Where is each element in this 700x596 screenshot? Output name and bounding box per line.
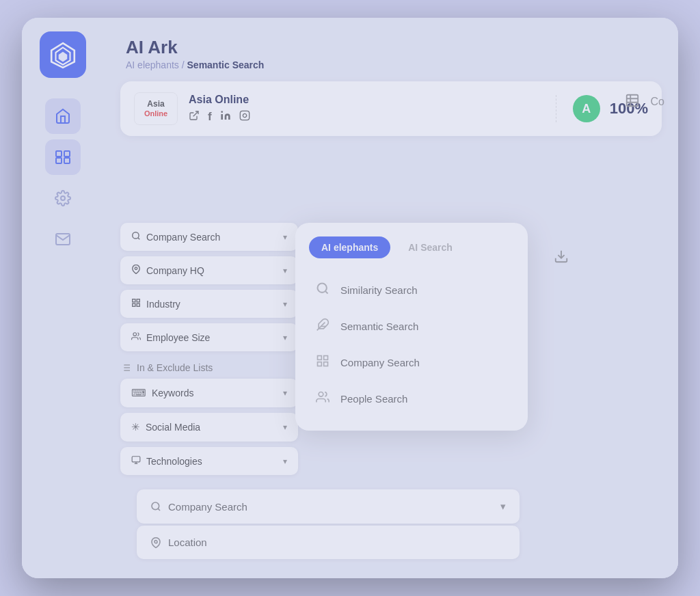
top-right-actions: Co <box>625 93 664 111</box>
link-external[interactable] <box>189 110 200 124</box>
link-instagram[interactable] <box>239 110 250 124</box>
svg-rect-26 <box>132 457 140 462</box>
expand-icon[interactable]: Co <box>651 96 664 108</box>
bottom-company-search-button[interactable]: Company Search ▾ <box>137 489 520 524</box>
svg-point-7 <box>61 196 65 200</box>
svg-point-37 <box>318 284 327 293</box>
main-content: AI Ark AI elephants / Semantic Search As… <box>104 18 678 578</box>
svg-point-12 <box>133 232 139 239</box>
chevron-down-icon: ▾ <box>283 388 287 398</box>
logo-line1: Asia <box>144 100 167 109</box>
chevron-down-icon: ▾ <box>283 333 287 342</box>
sidebar-item-settings[interactable] <box>45 180 81 216</box>
menu-item-similarity-label: Similarity Search <box>340 284 418 296</box>
chevron-down-icon: ▾ <box>500 500 506 513</box>
match-avatar: A <box>573 95 600 122</box>
search-icon <box>131 231 141 243</box>
company-card: Asia Online Asia Online f <box>120 81 662 136</box>
breadcrumb-current: Semantic Search <box>187 59 265 70</box>
include-exclude-label: In & Exclude Lists <box>137 362 213 373</box>
list-icon <box>120 362 131 373</box>
company-logo: Asia Online <box>134 92 178 125</box>
menu-item-similarity-search[interactable]: Similarity Search <box>309 272 514 308</box>
filter-technologies[interactable]: Technologies ▾ <box>120 447 298 475</box>
link-linkedin[interactable] <box>220 110 231 124</box>
bottom-location-button[interactable]: Location <box>137 526 520 559</box>
svg-point-19 <box>133 333 137 336</box>
filter-social-media[interactable]: ✳ Social Media ▾ <box>120 413 298 442</box>
svg-point-36 <box>154 540 157 543</box>
feather-icon <box>314 318 331 335</box>
app-logo[interactable] <box>40 31 86 78</box>
svg-rect-30 <box>626 95 638 107</box>
menu-item-company-search[interactable]: Company Search <box>309 344 514 381</box>
svg-rect-10 <box>240 111 249 120</box>
filter-employee-size[interactable]: Employee Size ▾ <box>120 323 298 351</box>
svg-point-34 <box>152 502 159 510</box>
filter-company-hq-label: Company HQ <box>146 265 204 276</box>
header: AI Ark AI elephants / Semantic Search <box>104 18 678 81</box>
building-icon <box>314 354 331 371</box>
svg-line-8 <box>193 111 198 116</box>
dropdown-tabs: AI elephants AI Search <box>309 236 514 258</box>
bottom-company-search-label: Company Search <box>168 501 247 513</box>
social-icon: ✳ <box>131 421 140 433</box>
menu-item-semantic-search[interactable]: Semantic Search <box>309 308 514 344</box>
grid-icon <box>131 298 141 310</box>
keyboard-icon: ⌨ <box>131 387 146 399</box>
company-name: Asia Online <box>189 94 250 106</box>
sidebar-item-mail[interactable] <box>45 221 81 257</box>
tab-ai-search[interactable]: AI Search <box>396 236 465 258</box>
menu-item-people-search[interactable]: People Search <box>309 381 514 417</box>
svg-marker-2 <box>59 52 68 62</box>
chevron-down-icon: ▾ <box>283 299 287 309</box>
bottom-location-label: Location <box>168 537 207 548</box>
dropdown-popup: AI elephants AI Search Similarity Search… <box>295 223 528 431</box>
chevron-down-icon: ▾ <box>283 232 287 242</box>
include-exclude-row: In & Exclude Lists <box>120 357 298 379</box>
app-title: AI Ark <box>126 37 656 58</box>
breadcrumb: AI elephants / Semantic Search <box>126 59 656 70</box>
svg-point-45 <box>319 392 323 397</box>
filter-keywords[interactable]: ⌨ Keywords ▾ <box>120 379 298 407</box>
svg-rect-5 <box>56 158 62 163</box>
filters-panel: Company Search ▾ Company HQ ▾ Industry ▾ <box>120 223 298 480</box>
chevron-down-icon: ▾ <box>283 457 287 466</box>
company-card-left: Asia Online Asia Online f <box>134 92 250 125</box>
breadcrumb-prefix: AI elephants <box>126 59 179 70</box>
svg-rect-41 <box>318 356 322 360</box>
filter-technologies-label: Technologies <box>146 456 202 467</box>
people-icon <box>314 390 331 407</box>
svg-rect-6 <box>64 158 70 163</box>
svg-point-9 <box>221 111 223 113</box>
menu-item-people-label: People Search <box>340 393 407 405</box>
filter-company-hq[interactable]: Company HQ ▾ <box>120 256 298 284</box>
filter-industry[interactable]: Industry ▾ <box>120 290 298 318</box>
company-links: f <box>189 110 250 124</box>
sidebar <box>22 18 104 578</box>
sidebar-item-home[interactable] <box>45 98 81 134</box>
filter-social-media-label: Social Media <box>146 422 200 433</box>
tab-ai-elephants[interactable]: AI elephants <box>309 236 390 258</box>
link-facebook[interactable]: f <box>208 110 212 124</box>
people-icon <box>131 331 141 343</box>
svg-rect-42 <box>324 356 328 360</box>
filter-company-search[interactable]: Company Search ▾ <box>120 223 298 251</box>
search-icon <box>314 282 331 299</box>
svg-rect-18 <box>137 303 139 306</box>
logo-icon <box>49 40 77 69</box>
filter-keywords-label: Keywords <box>152 388 193 398</box>
svg-line-38 <box>325 291 328 294</box>
monitor-icon <box>131 455 141 467</box>
svg-rect-15 <box>133 299 135 302</box>
title-text: AI Ark <box>126 37 178 58</box>
svg-rect-4 <box>64 151 70 157</box>
download-button[interactable] <box>554 249 569 267</box>
svg-rect-16 <box>137 299 139 302</box>
chevron-down-icon: ▾ <box>283 266 287 275</box>
chevron-down-icon: ▾ <box>283 422 287 432</box>
svg-point-14 <box>135 267 137 270</box>
sidebar-item-search-filter[interactable] <box>45 139 81 175</box>
filter-employee-size-label: Employee Size <box>146 332 210 343</box>
table-view-icon[interactable] <box>625 93 640 111</box>
